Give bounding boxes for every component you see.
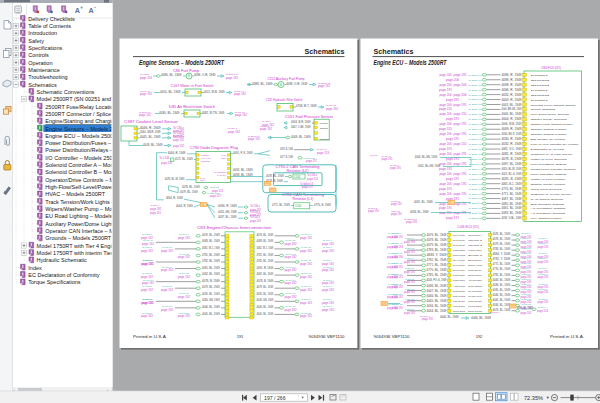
svg-text:To C84-16: To C84-16 [405,267,415,269]
svg-text:Supply Point: Supply Point [468,264,482,267]
svg-text:page 191: page 191 [391,202,402,206]
svg-text:Printed in U.S.A.: Printed in U.S.A. [550,334,584,339]
svg-text:C167 Water in Fuel Switch: C167 Water in Fuel Switch [171,84,214,88]
svg-text:Diff Sensor Signal: Diff Sensor Signal [531,203,565,206]
svg-text:4091, P-S, 1949: 4091, P-S, 1949 [233,151,253,155]
svg-text:page 192: page 192 [141,301,153,305]
svg-text:4009, R, 1949: 4009, R, 1949 [502,127,523,131]
svg-text:4085, BL, 1949: 4085, BL, 1949 [502,202,523,206]
svg-text:page 192: page 192 [404,311,415,315]
svg-text:4034, BL, 1949: 4034, BL, 1949 [427,304,448,308]
svg-text:To Spline 70: To Spline 70 [469,217,483,219]
svg-text:To C84-14: To C84-14 [286,266,297,268]
svg-text:page 206: page 206 [440,172,452,176]
svg-text:Injector/Supply 1: Injector/Supply 1 [468,234,483,237]
svg-text:page 191: page 191 [538,300,549,304]
svg-text:page 192: page 192 [161,308,173,312]
svg-text:To C84-53: To C84-53 [326,104,336,106]
svg-text:4081, BL, 1949: 4081, BL, 1949 [502,206,523,210]
svg-text:Troubleshooting: Troubleshooting [28,74,67,80]
svg-text:POWER: POWER [201,154,209,156]
svg-text:Resistor (L1): Resistor (L1) [293,197,314,201]
svg-text:4036, BL, 1949: 4036, BL, 1949 [493,283,511,287]
svg-text:To C84-9: To C84-9 [522,232,532,234]
svg-text:4007, I-GN, 1949: 4007, I-GN, 1949 [291,125,311,129]
svg-text:page 192: page 192 [300,249,312,253]
svg-text:4079, BL, 1949: 4079, BL, 1949 [202,285,220,289]
svg-text:page 206: page 206 [440,93,452,97]
svg-text:Model 1750RT with Tier 4 Engin: Model 1750RT with Tier 4 Engine [37,243,118,249]
svg-text:page 191: page 191 [446,177,459,181]
svg-text:4079, BL, 1949: 4079, BL, 1949 [180,190,198,194]
svg-text:Coolant Level Switch Signal: Coolant Level Switch Signal [531,104,576,107]
svg-text:To C84-22: To C84-22 [522,298,532,300]
svg-text:page 191: page 191 [404,250,415,254]
svg-text:page 192: page 192 [228,130,240,134]
svg-text:To Spline 70: To Spline 70 [248,135,260,137]
svg-text:C387 Coolant Level Sensor: C387 Coolant Level Sensor [124,120,178,124]
svg-text:2500RT Fuse/Relay Locations: 2500RT Fuse/Relay Locations [45,104,119,110]
svg-text:page 192: page 192 [521,311,532,315]
svg-text:page 154: page 154 [537,309,548,313]
svg-text:page 191: page 191 [439,147,452,151]
svg-text:Customer CAN High (J1939): Customer CAN High (J1939) [531,153,573,156]
svg-text:page 191: page 191 [387,235,398,239]
svg-text:To C84-15: To C84-15 [179,272,190,274]
svg-text:To C84-12: To C84-12 [179,253,190,255]
svg-text:page 206: page 206 [440,122,452,126]
svg-text:2500RT Connector / Splice Lo: 2500RT Connector / Splice Lo [45,111,118,117]
svg-text:To C84-24: To C84-24 [405,308,415,310]
svg-text:page 192: page 192 [422,317,433,321]
svg-text:page 191: page 191 [538,290,549,294]
svg-text:To C84-13: To C84-13 [301,259,312,261]
svg-text:To 1780-8: To 1780-8 [142,246,153,248]
svg-text:To C84-12: To C84-12 [286,253,297,255]
svg-text:4001, BL-GN, 1949: 4001, BL-GN, 1949 [418,164,441,168]
svg-text:page 191: page 191 [387,275,398,279]
svg-text:Ground: Ground [531,94,551,97]
svg-text:4035, BL, 1949: 4035, BL, 1949 [493,288,511,292]
svg-text:Crank Sensor: Crank Sensor [468,300,482,303]
svg-text:page 192: page 192 [139,113,151,117]
svg-text:page 192: page 192 [322,308,334,312]
svg-text:4035, BL, 1949: 4035, BL, 1949 [202,292,220,296]
svg-text:Pressure Supply: Pressure Supply [468,249,483,252]
svg-text:page 192: page 192 [178,314,190,318]
svg-text:Resistor (L2): Resistor (L2) [287,169,309,173]
svg-text:4093, BL, 1949: 4093, BL, 1949 [233,173,253,177]
svg-text:Glow Plug Ground: Glow Plug Ground [531,188,563,191]
svg-text:Engine Sensors – Models 2500RT: Engine Sensors – Models 2500RT [139,59,225,67]
svg-text:To C84-19: To C84-19 [301,298,312,300]
svg-text:Injector 3: Injector 3 [468,244,483,247]
svg-text:To 1780-8: To 1780-8 [142,298,153,300]
svg-text:4036, GN, 1949: 4036, GN, 1949 [202,298,220,302]
svg-text:page 192: page 192 [234,92,246,96]
svg-text:Glow Switch: Glow Switch [531,108,557,111]
svg-text:Water in Fuel Ground: Water in Fuel Ground [531,158,568,161]
svg-text:4092, BL, 1949: 4092, BL, 1949 [257,272,274,276]
svg-text:4078, BL, 1949: 4078, BL, 1949 [427,238,448,242]
svg-text:4082, W-1, 1949: 4082, W-1, 1949 [257,246,274,250]
svg-text:page 191: page 191 [454,73,467,77]
svg-text:page 155: page 155 [439,107,452,111]
svg-text:4030, R, 1949: 4030, R, 1949 [502,137,523,141]
svg-text:To Spline 70: To Spline 70 [139,111,151,113]
svg-text:page 206: page 206 [454,83,467,87]
svg-text:4046, BL, 1949: 4046, BL, 1949 [493,293,511,297]
svg-text:Starter Signal Power: Starter Signal Power [531,133,567,136]
svg-text:C152 Auxiliary Fuel Pump: C152 Auxiliary Fuel Pump [268,77,305,81]
svg-text:191: 191 [237,334,244,339]
svg-text:4076, BL, 1949: 4076, BL, 1949 [257,233,274,237]
svg-text:No 2 Injector: No 2 Injector [453,239,465,242]
svg-text:C146 ECU (X1): C146 ECU (X1) [457,225,479,229]
svg-text:To C84-15: To C84-15 [301,272,312,274]
svg-text:To Spline 70: To Spline 70 [469,173,483,175]
svg-text:page 192: page 192 [161,288,173,292]
svg-text:page 192: page 192 [235,113,247,117]
svg-text:To C84-x: To C84-x [323,239,333,241]
svg-text:Ground: Ground [531,84,551,87]
svg-text:4097, BL, 1949: 4097, BL, 1949 [502,162,523,166]
svg-text:4783, BL, 1949: 4783, BL, 1949 [427,248,448,252]
svg-text:S78: S78 [382,302,387,306]
svg-text:Sensor Shield: Sensor Shield [453,310,466,313]
